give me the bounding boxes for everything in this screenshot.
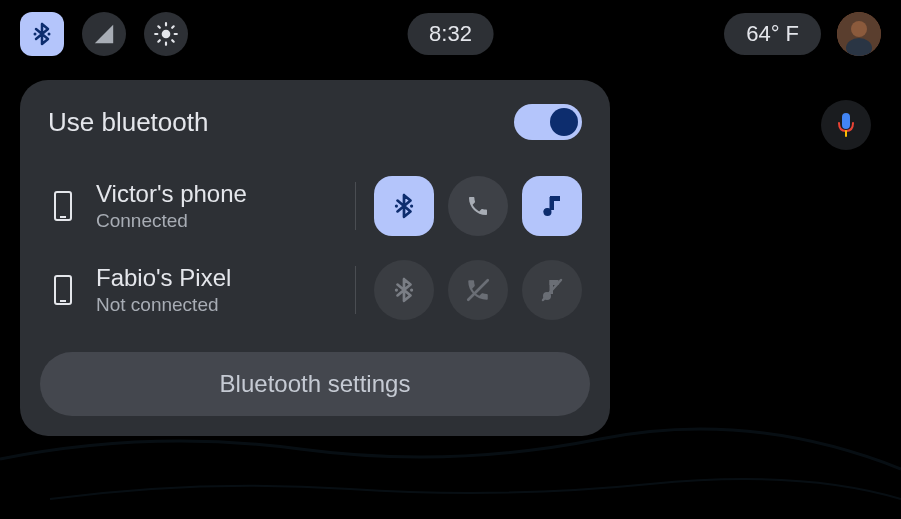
signal-icon[interactable] <box>82 12 126 56</box>
device-row: Fabio's Pixel Not connected <box>40 248 590 332</box>
phone-profile-button[interactable] <box>448 176 508 236</box>
music-disabled-button[interactable] <box>522 260 582 320</box>
phone-icon <box>48 190 78 222</box>
bluetooth-status-icon[interactable] <box>20 12 64 56</box>
phone-disabled-button[interactable] <box>448 260 508 320</box>
bluetooth-settings-button[interactable]: Bluetooth settings <box>40 352 590 416</box>
device-name: Fabio's Pixel <box>96 264 337 292</box>
bluetooth-toggle[interactable] <box>514 104 582 140</box>
svg-rect-14 <box>550 196 560 201</box>
status-bar: 8:32 64° F <box>0 0 901 68</box>
toggle-knob <box>550 108 578 136</box>
divider <box>355 266 356 314</box>
music-profile-button[interactable] <box>522 176 582 236</box>
svg-point-17 <box>395 288 398 291</box>
temperature-display: 64° F <box>724 13 821 55</box>
device-actions <box>374 176 582 236</box>
svg-point-11 <box>410 204 413 207</box>
device-status: Connected <box>96 210 337 232</box>
device-actions <box>374 260 582 320</box>
svg-point-4 <box>851 21 867 37</box>
device-info[interactable]: Fabio's Pixel Not connected <box>96 264 337 316</box>
divider <box>355 182 356 230</box>
bluetooth-panel: Use bluetooth Victor's phone Connected <box>20 80 610 436</box>
svg-point-2 <box>162 30 171 39</box>
svg-point-1 <box>48 33 51 36</box>
svg-point-10 <box>395 204 398 207</box>
bluetooth-title: Use bluetooth <box>48 107 208 138</box>
device-status: Not connected <box>96 294 337 316</box>
device-info[interactable]: Victor's phone Connected <box>96 180 337 232</box>
svg-rect-8 <box>55 192 71 220</box>
svg-rect-6 <box>842 113 850 129</box>
bluetooth-profile-button[interactable] <box>374 176 434 236</box>
svg-rect-15 <box>55 276 71 304</box>
user-avatar[interactable] <box>837 12 881 56</box>
svg-point-18 <box>410 288 413 291</box>
svg-point-0 <box>34 33 37 36</box>
voice-assistant-button[interactable] <box>821 100 871 150</box>
time-display: 8:32 <box>407 13 494 55</box>
device-row: Victor's phone Connected <box>40 164 590 248</box>
brightness-icon[interactable] <box>144 12 188 56</box>
bluetooth-header: Use bluetooth <box>40 104 590 164</box>
device-name: Victor's phone <box>96 180 337 208</box>
phone-icon <box>48 274 78 306</box>
bluetooth-profile-button[interactable] <box>374 260 434 320</box>
